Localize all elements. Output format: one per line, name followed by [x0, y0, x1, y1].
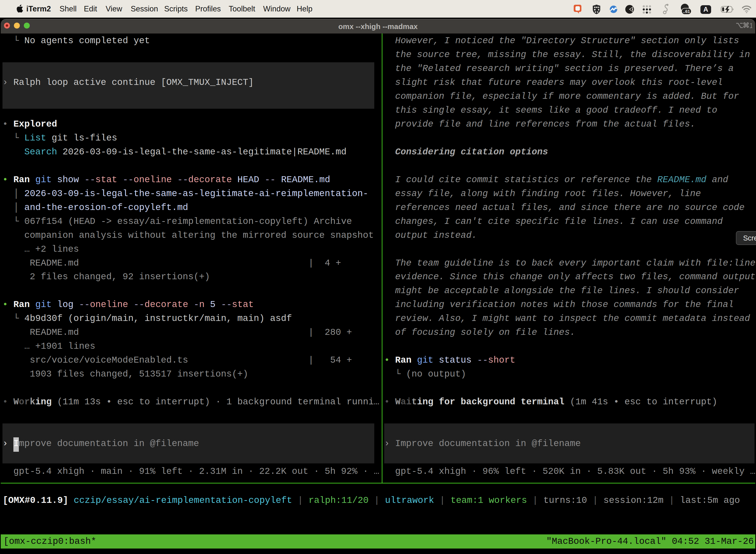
svg-text:..61: ..61 — [683, 9, 690, 14]
svg-text:1: 1 — [749, 22, 752, 29]
